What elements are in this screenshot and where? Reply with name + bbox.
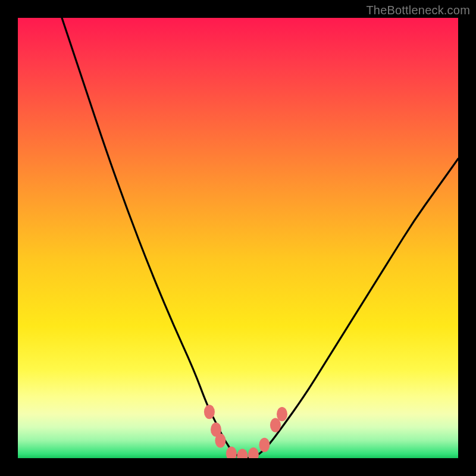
curve-marker: [237, 449, 248, 458]
watermark-text: TheBottleneck.com: [366, 4, 470, 17]
curve-marker: [226, 447, 237, 458]
curve-marker: [259, 438, 270, 452]
curve-marker: [204, 405, 215, 419]
curve-marker: [277, 407, 287, 421]
curve-layer: [18, 18, 458, 458]
chart-frame: TheBottleneck.com: [0, 0, 476, 476]
bottleneck-curve: [62, 18, 458, 458]
plot-area: [18, 18, 458, 458]
curve-marker: [215, 433, 226, 447]
marker-group: [204, 405, 287, 458]
curve-marker: [248, 447, 259, 458]
